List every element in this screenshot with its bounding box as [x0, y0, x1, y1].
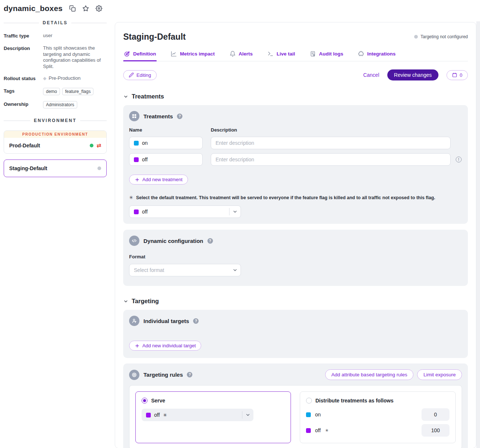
treatment-color-swatch [134, 209, 139, 214]
chevron-down-icon [242, 412, 253, 417]
serve-radio[interactable] [142, 398, 147, 404]
default-treatment-icon: ✳ [325, 428, 328, 433]
environment-section-header: ENVIRONMENT [4, 118, 107, 123]
terminal-icon [267, 51, 274, 57]
tab-audit-logs[interactable]: Audit logs [309, 49, 344, 61]
treatment-row: off Enter description ! [129, 153, 462, 166]
review-changes-button[interactable]: Review changes [387, 69, 438, 80]
add-new-treatment-button[interactable]: Add new treatment [129, 175, 188, 184]
targeting-rules-card: Targeting rules ? Add attribute based ta… [123, 363, 468, 448]
puzzle-icon [358, 51, 364, 57]
help-icon[interactable]: ? [177, 114, 182, 119]
treatment-color-swatch [134, 141, 139, 146]
chevron-down-icon [123, 94, 128, 99]
tab-live-tail[interactable]: Live tail [267, 49, 296, 61]
person-plus-icon [129, 316, 139, 326]
distribute-radio[interactable] [306, 398, 312, 404]
traffic-type-row: Traffic type user [4, 33, 107, 39]
tag-chip[interactable]: demo [43, 88, 60, 95]
owner-chip[interactable]: Administrators [43, 101, 77, 108]
add-new-individual-target-button[interactable]: Add new individual target [129, 341, 201, 351]
serve-treatment-select[interactable]: off ✳ [142, 409, 253, 421]
scrollbar-gutter[interactable] [476, 21, 480, 448]
plus-icon [135, 343, 140, 348]
treatment-name-input[interactable]: on [129, 137, 203, 149]
individual-targets-card: Individual targets ? Add new individual … [123, 310, 468, 358]
tag-chip[interactable]: feature_flags [62, 88, 93, 95]
definition-target-icon [124, 51, 130, 57]
scheduled-changes-button[interactable]: 0 [447, 70, 468, 80]
chevron-down-icon [230, 209, 241, 214]
chevron-down-icon [230, 268, 241, 273]
tab-definition[interactable]: Definition [123, 49, 157, 61]
targeting-section-toggle[interactable]: Targeting [123, 298, 468, 305]
environment-name: Staging-Default [9, 165, 47, 171]
audit-log-icon [310, 51, 316, 57]
editing-badge[interactable]: Editing [123, 70, 157, 80]
treatment-color-swatch [306, 412, 311, 417]
help-icon[interactable]: ? [207, 238, 213, 244]
treatment-row: on Enter description [129, 137, 462, 149]
rollout-status-row: Rollout status ◆Pre-Production [4, 75, 107, 82]
copy-icon[interactable] [69, 5, 76, 12]
treatment-description-input[interactable]: Enter description [211, 137, 451, 149]
status-dot-gray [97, 166, 101, 170]
treatments-card: Treatments ? Name Description on Enter d… [123, 105, 468, 224]
description-row: Description This split showcases the tar… [4, 45, 107, 69]
default-treatment-note: Select the default treatment. This treat… [136, 195, 435, 200]
format-select[interactable]: Select format [129, 264, 241, 276]
targeting-rule-row: Serve off ✳ Dist [129, 385, 462, 448]
top-bar: dynamic_boxes [4, 0, 102, 17]
treatments-grid-icon [129, 111, 139, 121]
serve-option-card[interactable]: Serve off ✳ [135, 391, 291, 443]
environment-name: Prod-Default [9, 143, 40, 148]
targeting-status-badge: Targeting not configured [414, 34, 468, 39]
default-treatment-select[interactable]: off [129, 205, 241, 218]
default-treatment-icon: ✳ [163, 412, 167, 418]
tab-metrics-impact[interactable]: Metrics impact [170, 49, 216, 61]
description-column-label: Description [211, 127, 237, 133]
info-icon[interactable]: ! [456, 157, 462, 162]
distribution-percent-input[interactable]: 100 [422, 424, 449, 437]
treatment-color-swatch [146, 413, 151, 417]
status-dot-green [90, 144, 93, 147]
dynamic-configuration-card: Dynamic configuration ? Format Select fo… [123, 230, 468, 286]
code-icon [129, 236, 139, 246]
environment-card-prod[interactable]: PRODUCTION ENVIRONMENT Prod-Default ⇄ [4, 130, 107, 154]
distribution-row: on 0 [306, 408, 450, 421]
environment-title: Staging-Default [123, 32, 186, 42]
treatment-color-swatch [134, 157, 139, 162]
treatment-name-input[interactable]: off [129, 153, 203, 166]
gear-icon[interactable] [96, 5, 102, 12]
distribute-option-card[interactable]: Distribute treatments as follows on 0 of… [300, 391, 456, 443]
limit-exposure-button[interactable]: Limit exposure [417, 369, 462, 380]
pencil-icon [129, 72, 134, 78]
environment-card-staging[interactable]: Staging-Default [4, 160, 107, 177]
format-label: Format [129, 254, 462, 259]
treatment-color-swatch [306, 428, 311, 433]
rollout-diamond-icon: ◆ [43, 75, 46, 81]
tab-alerts[interactable]: Alerts [229, 49, 253, 61]
sync-arrows-icon[interactable]: ⇄ [96, 144, 101, 147]
bullseye-icon [129, 370, 139, 380]
distribution-row: off ✳ 100 [306, 424, 450, 437]
add-attribute-rules-button[interactable]: Add attribute based targeting rules [325, 369, 413, 380]
chart-icon [171, 51, 177, 57]
star-icon[interactable] [82, 5, 89, 12]
cancel-button[interactable]: Cancel [363, 72, 379, 78]
bell-icon [230, 51, 236, 57]
distribution-percent-input[interactable]: 0 [422, 408, 449, 421]
treatment-description-input[interactable]: Enter description [211, 153, 451, 166]
production-environment-banner: PRODUCTION ENVIRONMENT [4, 131, 106, 138]
status-dot-gray [414, 35, 418, 39]
page-title: dynamic_boxes [4, 4, 63, 13]
tab-integrations[interactable]: Integrations [357, 49, 396, 61]
calendar-icon [452, 72, 457, 78]
help-icon[interactable]: ? [193, 318, 199, 324]
tags-row: Tags demo feature_flags [4, 88, 107, 95]
help-icon[interactable]: ? [187, 372, 192, 377]
chevron-down-icon [123, 299, 128, 304]
sidebar: DETAILS Traffic type user Description Th… [4, 20, 107, 183]
treatments-section-toggle[interactable]: Treatments [123, 93, 468, 100]
tab-bar: Definition Metrics impact Alerts Live ta… [123, 49, 468, 61]
